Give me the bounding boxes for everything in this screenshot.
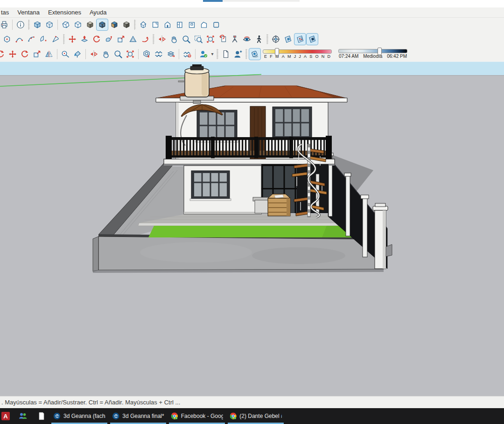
style-shaded-button[interactable] xyxy=(84,19,96,31)
shadows-toggle-icon xyxy=(250,49,259,59)
shadow-date-slider[interactable] xyxy=(263,49,332,54)
time-slider-handle[interactable] xyxy=(378,48,382,55)
lt-rotate-tool-icon xyxy=(20,49,29,59)
zoom-extents-tool-icon xyxy=(206,35,215,44)
toolbar-grip[interactable] xyxy=(266,34,268,44)
lt-zoom-tool-button[interactable] xyxy=(112,48,124,60)
axes-target-tool-button[interactable] xyxy=(270,33,282,45)
date-slider-handle[interactable] xyxy=(275,48,279,56)
model-info-button[interactable] xyxy=(14,19,27,31)
wave-gear-tool-button[interactable] xyxy=(181,48,193,60)
view-left-icon xyxy=(199,20,209,29)
position-camera-tool-button[interactable] xyxy=(229,33,241,45)
lt-scale-tool-button[interactable] xyxy=(31,48,43,60)
add-collaborator-button[interactable] xyxy=(232,48,244,60)
view-back-button[interactable] xyxy=(186,19,198,31)
hex-gear-tool-button[interactable] xyxy=(140,48,153,60)
account-avatar-button[interactable] xyxy=(197,48,210,60)
menu-item-ventana[interactable]: Ventana xyxy=(13,8,44,17)
pan-tool-button[interactable] xyxy=(168,33,180,45)
extrude-tool-button[interactable] xyxy=(139,33,151,45)
paint-bucket-tool-button[interactable] xyxy=(71,48,84,60)
polygon-tool-button[interactable] xyxy=(1,33,13,45)
toolbar-grip[interactable] xyxy=(153,34,154,44)
pushpull-tool-button[interactable] xyxy=(78,33,91,45)
view-left-button[interactable] xyxy=(198,19,210,31)
zoom-tool-button[interactable] xyxy=(180,33,192,45)
toolbar-grip[interactable] xyxy=(217,49,218,59)
menu-item-tas[interactable]: tas xyxy=(0,8,13,17)
taskbar-window-3[interactable]: hFacebook - Google ... xyxy=(168,408,226,424)
zoom-window-tool-button[interactable] xyxy=(192,33,204,45)
offset-tool-button[interactable] xyxy=(127,33,139,45)
move-tool-button[interactable] xyxy=(66,33,78,45)
menu-item-ayuda[interactable]: Ayuda xyxy=(85,8,111,17)
style-wireframe-button[interactable] xyxy=(60,19,72,31)
taskbar-contacts-button[interactable] xyxy=(18,411,28,421)
style-monochrome-button[interactable] xyxy=(120,19,133,31)
toolbar-separator xyxy=(12,20,13,30)
display-section-cuts-button[interactable] xyxy=(294,33,306,45)
rotate-partial-button[interactable] xyxy=(0,48,7,60)
rotate-tool-button[interactable] xyxy=(91,33,103,45)
lt-flip-tool-icon xyxy=(89,49,98,59)
flip-tool-button[interactable] xyxy=(156,33,168,45)
shadows-toggle-button[interactable] xyxy=(249,48,261,60)
look-around-tool-button[interactable] xyxy=(241,33,253,45)
arc-2point-tool-button[interactable] xyxy=(13,33,25,45)
new-document-button[interactable] xyxy=(220,48,232,60)
taskbar-autocad-button[interactable]: A xyxy=(1,411,10,421)
axes-target-tool-icon xyxy=(271,35,280,44)
ground-window xyxy=(190,171,231,201)
menu-item-extensiones[interactable]: Extensiones xyxy=(44,8,85,17)
style-textured-button[interactable] xyxy=(108,19,120,31)
offset-tool-icon xyxy=(128,35,138,44)
previous-view-button[interactable] xyxy=(217,33,229,45)
taskbar-window-label: 3d Geanna final* - ... xyxy=(122,413,164,419)
menu-bar: tasVentanaExtensionesAyuda xyxy=(0,7,504,18)
view-iso-button[interactable] xyxy=(137,19,149,31)
toolbar-row-3-icons: ▾ xyxy=(1,48,261,60)
lt-pan-tool-button[interactable] xyxy=(100,48,112,60)
notepad-icon xyxy=(37,411,46,421)
view-right-button[interactable] xyxy=(174,19,186,31)
taskbar-window-1[interactable]: 3d Geanna (fachad... xyxy=(50,408,108,424)
layers-export-tool-button[interactable] xyxy=(165,48,177,60)
shadow-time-slider[interactable] xyxy=(338,49,407,53)
view-perspective-button[interactable] xyxy=(210,19,222,31)
taskbar-window-4[interactable]: h(2) Dante Gebel #95... xyxy=(227,408,285,424)
wave-tool-button[interactable] xyxy=(153,48,165,60)
style-hidden-line-button[interactable] xyxy=(72,19,84,31)
toolbar-grip[interactable] xyxy=(134,20,136,30)
lt-rotate-tool-button[interactable] xyxy=(19,48,31,60)
pie-tool-button[interactable] xyxy=(37,33,49,45)
style-xray-button[interactable] xyxy=(31,19,43,31)
tape-measure-tool-button[interactable] xyxy=(59,48,71,60)
walk-tool-button[interactable] xyxy=(253,33,265,45)
mirror-tool-button[interactable] xyxy=(43,48,55,60)
lt-move-tool-button[interactable] xyxy=(7,48,19,60)
toolbar-grip[interactable] xyxy=(28,20,30,30)
sector-tool-button[interactable] xyxy=(49,33,62,45)
style-back-edges-button[interactable] xyxy=(43,19,56,31)
arc-3point-tool-button[interactable] xyxy=(25,33,37,45)
taskbar-window-2[interactable]: 3d Geanna final* - ... xyxy=(109,408,167,424)
taskbar-notepad-button[interactable] xyxy=(37,411,46,421)
print-button[interactable] xyxy=(0,19,10,31)
toolbar-grip[interactable] xyxy=(245,49,247,59)
style-shaded-textures-button[interactable] xyxy=(96,19,108,31)
toolbar-grip[interactable] xyxy=(63,34,65,44)
lt-flip-tool-button[interactable] xyxy=(88,48,100,60)
lt-zoom-extents-tool-button[interactable] xyxy=(124,48,136,60)
scale-tool-button[interactable] xyxy=(115,33,127,45)
look-around-tool-icon xyxy=(242,35,252,44)
account-menu-caret-icon[interactable]: ▾ xyxy=(210,51,215,56)
view-top-button[interactable] xyxy=(149,19,161,31)
followme-tool-button[interactable] xyxy=(103,33,115,45)
toolbar-separator xyxy=(179,49,179,59)
section-plane-tool-button[interactable] xyxy=(282,33,294,45)
zoom-extents-tool-button[interactable] xyxy=(204,33,217,45)
viewport-3d[interactable] xyxy=(0,62,504,396)
display-section-fill-button[interactable] xyxy=(306,33,318,45)
view-front-button[interactable] xyxy=(161,19,174,31)
